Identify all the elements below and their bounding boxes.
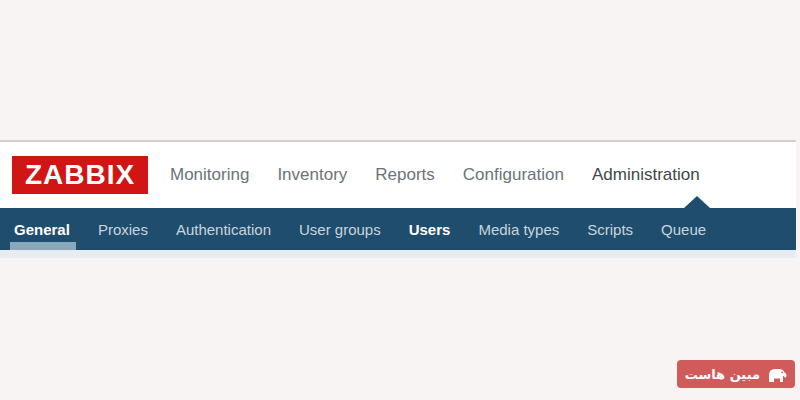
- subnav-item-users[interactable]: Users: [395, 208, 465, 250]
- subnav-item-user-groups[interactable]: User groups: [285, 208, 395, 250]
- app-header: ZABBIX Monitoring Inventory Reports Conf…: [0, 142, 796, 208]
- subnav-item-label: General: [14, 221, 70, 238]
- menu-item-configuration[interactable]: Configuration: [449, 165, 578, 185]
- subnav-item-label: Authentication: [176, 221, 271, 238]
- subnav-item-label: User groups: [299, 221, 381, 238]
- menu-item-inventory[interactable]: Inventory: [263, 165, 361, 185]
- selected-tab-underline: [10, 242, 76, 250]
- subnav-item-label: Users: [409, 221, 451, 238]
- active-menu-pointer-icon: [684, 196, 710, 208]
- mobinhost-watermark-badge: مبین هاست: [677, 360, 795, 388]
- page-background: ZABBIX Monitoring Inventory Reports Conf…: [0, 0, 800, 400]
- subnav-item-queue[interactable]: Queue: [647, 208, 720, 250]
- menu-item-reports[interactable]: Reports: [361, 165, 449, 185]
- subnav-item-proxies[interactable]: Proxies: [84, 208, 162, 250]
- subnav-item-label: Media types: [478, 221, 559, 238]
- subnav-item-scripts[interactable]: Scripts: [573, 208, 647, 250]
- subnav-item-media-types[interactable]: Media types: [464, 208, 573, 250]
- admin-subnav: General Proxies Authentication User grou…: [0, 208, 796, 250]
- menu-item-monitoring[interactable]: Monitoring: [156, 165, 263, 185]
- watermark-text: مبین هاست: [685, 367, 760, 382]
- menu-item-administration[interactable]: Administration: [578, 165, 714, 185]
- subnav-bottom-strip: [0, 250, 796, 258]
- elephant-icon: [767, 366, 787, 383]
- zabbix-app-window: ZABBIX Monitoring Inventory Reports Conf…: [0, 140, 796, 258]
- subnav-item-label: Scripts: [587, 221, 633, 238]
- zabbix-logo[interactable]: ZABBIX: [12, 156, 148, 194]
- subnav-item-label: Queue: [661, 221, 706, 238]
- subnav-item-general[interactable]: General: [0, 208, 84, 250]
- main-menu: Monitoring Inventory Reports Configurati…: [156, 165, 714, 185]
- subnav-item-label: Proxies: [98, 221, 148, 238]
- subnav-item-authentication[interactable]: Authentication: [162, 208, 285, 250]
